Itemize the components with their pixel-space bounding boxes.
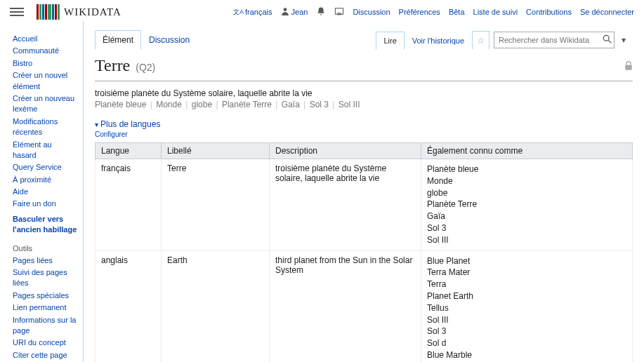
sidebar-communaute[interactable]: Communauté bbox=[13, 46, 77, 56]
th-language: Langue bbox=[96, 143, 162, 159]
tools-heading: Outils bbox=[13, 244, 77, 253]
wikidata-logo[interactable]: WIKIDATA bbox=[37, 4, 121, 20]
alias-item: Blue Marble bbox=[427, 349, 626, 361]
sidebar-help[interactable]: Aide bbox=[13, 187, 77, 197]
cell-language: anglais bbox=[96, 250, 162, 362]
alias-item: Monde bbox=[427, 175, 626, 187]
sidebar-new-item[interactable]: Créer un nouvel élément bbox=[13, 70, 77, 92]
language-selector[interactable]: 文A français bbox=[233, 8, 272, 17]
cell-aliases: Blue PlanetTerra MaterTerraPlanet EarthT… bbox=[421, 250, 633, 362]
tool-links-here[interactable]: Pages liées bbox=[13, 255, 77, 266]
item-aliases: Planète bleue | Monde | globe | Planète … bbox=[95, 100, 633, 109]
alias-item: Planète bleue bbox=[427, 163, 626, 175]
item-qid: (Q2) bbox=[136, 62, 155, 73]
th-description: Description bbox=[270, 143, 421, 159]
tool-special[interactable]: Pages spéciales bbox=[13, 290, 77, 301]
sidebar-skin-toggle[interactable]: Basculer vers l'ancien habillage bbox=[13, 214, 77, 236]
cell-description: troisième planète du Système solaire, la… bbox=[270, 159, 421, 251]
alias: Planète bleue bbox=[95, 100, 146, 109]
alias: Gaïa bbox=[282, 100, 300, 109]
more-menu-icon[interactable]: ▾ bbox=[615, 35, 633, 45]
sidebar-bistro[interactable]: Bistro bbox=[13, 58, 77, 69]
alias: Planète Terre bbox=[222, 100, 272, 109]
alias-item: Terra bbox=[427, 279, 626, 290]
svg-point-0 bbox=[283, 8, 287, 11]
alias-item: Planète Terre bbox=[427, 199, 626, 210]
more-languages-toggle[interactable]: Plus de langues bbox=[95, 119, 160, 129]
logo-wordmark: WIKIDATA bbox=[64, 6, 121, 18]
item-description: troisième planète du Système solaire, la… bbox=[95, 88, 633, 98]
sidebar-recent-changes[interactable]: Modifications récentes bbox=[13, 116, 77, 138]
tab-discussion[interactable]: Discussion bbox=[141, 30, 197, 50]
alias: globe bbox=[192, 100, 212, 109]
table-row: anglaisEarththird planet from the Sun in… bbox=[96, 250, 633, 362]
sidebar-donate[interactable]: Faire un don bbox=[13, 199, 77, 209]
tool-permalink[interactable]: Lien permanent bbox=[13, 302, 77, 313]
nav-discussion[interactable]: Discussion bbox=[353, 8, 390, 16]
tab-item[interactable]: Élément bbox=[95, 30, 141, 50]
alias-item: Tellus bbox=[427, 302, 626, 314]
th-label: Libellé bbox=[162, 143, 270, 159]
user-link[interactable]: Jean bbox=[281, 6, 308, 18]
alias-item: Blue Planet bbox=[427, 255, 626, 267]
sidebar-query[interactable]: Query Service bbox=[13, 162, 77, 173]
alias: Sol III bbox=[339, 100, 360, 109]
alias-item: Sol 3 bbox=[427, 222, 626, 234]
sidebar-new-lexeme[interactable]: Créer un nouveau lexème bbox=[13, 93, 77, 115]
configure-languages-link[interactable]: Configurer bbox=[95, 130, 633, 138]
cell-description: third planet from the Sun in the Solar S… bbox=[270, 250, 421, 362]
nav-preferences[interactable]: Préférences bbox=[399, 8, 440, 16]
tab-history[interactable]: Voir l'historique bbox=[405, 32, 472, 50]
nav-watchlist[interactable]: Liste de suivi bbox=[473, 8, 518, 16]
alias-item: globe bbox=[427, 187, 626, 199]
notifications-icon[interactable] bbox=[316, 6, 326, 18]
protection-lock-icon bbox=[624, 61, 633, 73]
alias-item: Sol 3 bbox=[427, 326, 626, 337]
nav-logout[interactable]: Se déconnecter bbox=[580, 8, 634, 16]
th-aka: Également connu comme bbox=[421, 143, 633, 159]
sidebar-random[interactable]: Élément au hasard bbox=[13, 140, 77, 161]
alias-item: Planet Earth bbox=[427, 290, 626, 302]
table-row: françaisTerretroisième planète du Systèm… bbox=[96, 159, 633, 251]
page-title: Terre bbox=[95, 56, 130, 75]
language-table: Langue Libellé Description Également con… bbox=[95, 142, 633, 362]
alias: Sol 3 bbox=[310, 100, 329, 109]
nav-contributions[interactable]: Contributions bbox=[526, 8, 572, 16]
cell-label: Terre bbox=[162, 159, 270, 251]
watch-star-icon[interactable]: ☆ bbox=[472, 31, 489, 49]
alias-item: Terra Mater bbox=[427, 267, 626, 279]
alias-item: Sol III bbox=[427, 314, 626, 326]
user-icon bbox=[281, 6, 289, 18]
alias-item: Sol III bbox=[427, 234, 626, 246]
svg-rect-5 bbox=[625, 65, 631, 70]
tool-related-changes[interactable]: Suivi des pages liées bbox=[13, 267, 77, 289]
sidebar-accueil[interactable]: Accueil bbox=[13, 34, 77, 44]
svg-point-3 bbox=[603, 35, 609, 41]
notices-icon[interactable] bbox=[334, 6, 344, 18]
tool-concept-uri[interactable]: URI du concept bbox=[13, 337, 77, 348]
search-icon[interactable] bbox=[603, 34, 612, 46]
hamburger-menu-icon[interactable] bbox=[10, 5, 24, 19]
svg-line-4 bbox=[608, 40, 611, 43]
tool-page-info[interactable]: Informations sur la page bbox=[13, 315, 77, 337]
sidebar-nearby[interactable]: À proximité bbox=[13, 175, 77, 185]
alias: Monde bbox=[156, 100, 182, 109]
alias-item: Sol d bbox=[427, 337, 626, 349]
cell-aliases: Planète bleueMondeglobePlanète TerreGaïa… bbox=[421, 159, 633, 251]
nav-beta[interactable]: Bêta bbox=[449, 8, 465, 16]
tab-read[interactable]: Lire bbox=[376, 32, 404, 50]
search-input[interactable] bbox=[494, 32, 615, 48]
alias-item: Gaïa bbox=[427, 210, 626, 222]
cell-label: Earth bbox=[162, 250, 270, 362]
tool-cite[interactable]: Citer cette page bbox=[13, 350, 77, 361]
cell-language: français bbox=[96, 159, 162, 251]
